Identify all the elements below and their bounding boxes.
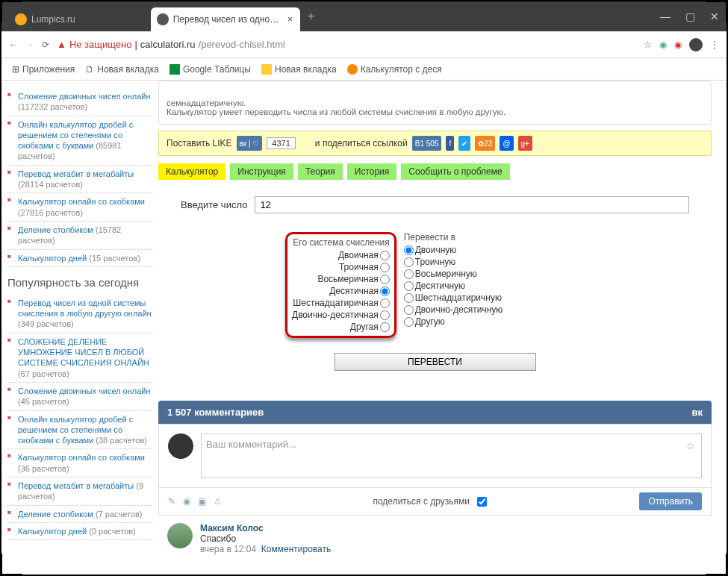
sidebar-item[interactable]: Онлайн калькулятор дробей с решением со … — [7, 411, 152, 450]
to-option[interactable]: Троичную — [404, 256, 503, 268]
emoji-icon[interactable]: ☺ — [685, 440, 695, 451]
star-icon[interactable]: ☆ — [644, 40, 652, 50]
share-friends-checkbox[interactable] — [477, 497, 487, 507]
new-tab-button[interactable]: + — [308, 10, 314, 23]
bookmark-item[interactable]: 🗋 Новая вкладка — [82, 63, 162, 76]
profile-icon[interactable] — [689, 38, 703, 51]
calc-tab[interactable]: Калькулятор — [158, 163, 225, 180]
avatar — [167, 523, 193, 548]
favicon-icon — [157, 13, 169, 25]
calc-tab[interactable]: Теория — [298, 163, 343, 180]
close-icon[interactable]: × — [287, 14, 293, 25]
to-system-group: Перевести в Двоичную Троичную Восьмеричн… — [404, 232, 503, 338]
share-label: и поделиться ссылкой — [315, 138, 408, 148]
main-content: ‎ семнадцатеричную. Калькулятор умеет пе… — [158, 81, 727, 575]
to-option[interactable]: Восьмеричную — [404, 268, 503, 280]
attach-audio-icon[interactable]: ♫ — [214, 496, 220, 507]
sidebar-item[interactable]: Перевод чисел из одной системы счисления… — [7, 295, 152, 334]
number-input[interactable] — [255, 196, 689, 213]
from-option[interactable]: Другая — [292, 321, 390, 333]
attach-draw-icon[interactable]: ✎ — [168, 496, 175, 507]
browser-tab[interactable]: Lumpics.ru — [9, 7, 151, 31]
tab-title: Lumpics.ru — [31, 14, 143, 25]
vk-share-button[interactable]: В 1 505 — [412, 136, 442, 151]
forward-icon[interactable]: → — [25, 40, 34, 50]
to-header: Перевести в — [404, 232, 503, 242]
vk-logo-icon: вк — [692, 407, 703, 418]
to-option[interactable]: Двоичную — [404, 244, 503, 256]
ok-share-button[interactable]: ✿ 23 — [475, 136, 495, 151]
from-option[interactable]: Троичная — [292, 261, 390, 273]
sidebar-item[interactable]: Деление столбиком (15782 расчетов) — [7, 222, 152, 250]
from-system-group: Его система счисления Двоичная Троичная … — [285, 232, 396, 338]
menu-icon[interactable]: ⋮ — [710, 40, 719, 50]
url-input[interactable]: ▲ Не защищено | calculatori.ru/perevod-c… — [57, 39, 636, 50]
bookmark-item[interactable]: Google Таблицы — [167, 63, 254, 76]
reload-icon[interactable]: ⟳ — [42, 40, 49, 50]
comment-textarea[interactable]: Ваш комментарий... ☺ — [201, 433, 702, 478]
sidebar-item[interactable]: Онлайн калькулятор дробей с решением со … — [7, 116, 152, 166]
bookmarks-bar: ⊞ Приложения 🗋 Новая вкладка Google Табл… — [1, 58, 727, 81]
from-option[interactable]: Шестнадцатиричная — [292, 297, 390, 309]
comment-time: вчера в 12:04 — [200, 544, 256, 554]
calc-tab[interactable]: Сообщить о проблеме — [401, 163, 509, 180]
sidebar-item[interactable]: Калькулятор онлайн со скобками (36 расче… — [7, 449, 152, 478]
sidebar-item[interactable]: Сложение двоичных чисел онлайн (117232 р… — [7, 88, 152, 116]
sidebar-item[interactable]: Деление столбиком (7 расчетов) — [7, 506, 152, 523]
tw-share-button[interactable]: ✔ — [458, 136, 470, 151]
sidebar-item[interactable]: Калькулятор дней (15 расчетов) — [7, 250, 152, 267]
from-option[interactable]: Восьмеричная — [292, 273, 390, 285]
sidebar-item[interactable]: Сложение двоичных чисел онлайн (45 расче… — [7, 383, 152, 411]
window-titlebar: Lumpics.ru Перевод чисел из одной систе.… — [1, 1, 727, 31]
sidebar-heading: Популярность за сегодня — [7, 276, 152, 289]
gplus-share-button[interactable]: g+ — [518, 136, 532, 151]
sidebar-item[interactable]: Калькулятор онлайн со скобками (27816 ра… — [7, 193, 152, 222]
browser-tab-active[interactable]: Перевод чисел из одной систе... × — [151, 7, 300, 31]
sidebar-item[interactable]: Перевод мегабит в мегабайты (28114 расче… — [7, 166, 152, 194]
vk-like-button[interactable]: вк | ♡ — [237, 136, 263, 151]
fb-share-button[interactable]: f — [446, 136, 454, 151]
attach-video-icon[interactable]: ▣ — [198, 496, 206, 507]
url-path: /perevod-chisel.html — [199, 39, 285, 50]
sidebar-item[interactable]: Перевод мегабит в мегабайты (9 расчетов) — [7, 478, 152, 506]
sidebar-item[interactable]: СЛОЖЕНИЕ ДЕЛЕНИЕ УМНОЖЕНИЕ ЧИСЕЛ В ЛЮБОЙ… — [7, 334, 152, 383]
comments-count: 1 507 комментариев — [167, 407, 264, 418]
comment-reply[interactable]: Комментировать — [261, 544, 331, 554]
apps-button[interactable]: ⊞ Приложения — [9, 63, 78, 76]
calc-tab[interactable]: Инструкция — [230, 163, 293, 180]
bookmark-item[interactable]: Калькулятор с деся — [344, 63, 445, 76]
description-box: ‎ семнадцатеричную. Калькулятор умеет пе… — [158, 81, 712, 125]
sidebar: Сложение двоичных чисел онлайн (117232 р… — [1, 81, 158, 575]
comments-widget: 1 507 комментариев вк Ваш комментарий...… — [158, 401, 712, 562]
to-option[interactable]: Другую — [404, 316, 503, 328]
tab-title: Перевод чисел из одной систе... — [173, 14, 283, 25]
send-button[interactable]: Отправить — [639, 492, 702, 510]
ext-icon[interactable]: ◉ — [674, 40, 682, 50]
from-header: Его система счисления — [292, 237, 390, 248]
comment-author[interactable]: Максим Колос — [200, 523, 331, 533]
bookmark-item[interactable]: Новая вкладка — [258, 63, 340, 76]
calc-tab[interactable]: История — [347, 163, 397, 180]
like-bar: Поставить LIKE вк | ♡ 4371 и поделиться … — [158, 131, 712, 156]
calc-tabs: КалькуляторИнструкцияТеорияИсторияСообщи… — [158, 163, 712, 180]
share-friends-label: поделиться с друзьями — [373, 496, 470, 507]
convert-button[interactable]: ПЕРЕВЕСТИ — [335, 353, 536, 371]
from-option[interactable]: Десятичная — [292, 285, 390, 297]
ext-icon[interactable]: ◉ — [659, 40, 667, 50]
maximize-icon[interactable]: ▢ — [685, 10, 695, 22]
to-option[interactable]: Шестнадцатиричную — [404, 292, 503, 304]
like-count: 4371 — [267, 137, 295, 149]
from-option[interactable]: Двоичная — [292, 249, 390, 261]
sidebar-item[interactable]: Калькулятор дней (0 расчетов) — [7, 523, 152, 540]
minimize-icon[interactable]: — — [660, 10, 671, 22]
attach-photo-icon[interactable]: ◉ — [183, 496, 190, 507]
to-option[interactable]: Двоично-десятичную — [404, 304, 503, 316]
back-icon[interactable]: ← — [9, 40, 18, 50]
comment-text: Спасибо — [200, 533, 331, 544]
mail-share-button[interactable]: @ — [500, 136, 513, 151]
comment-item: Максим Колос Спасибо вчера в 12:04 Комме… — [158, 516, 712, 562]
address-bar: ← → ⟳ ▲ Не защищено | calculatori.ru/per… — [1, 31, 727, 58]
from-option[interactable]: Двоично-десятичная — [292, 309, 390, 321]
to-option[interactable]: Десятичную — [404, 280, 503, 292]
input-label: Введите число — [181, 199, 247, 210]
